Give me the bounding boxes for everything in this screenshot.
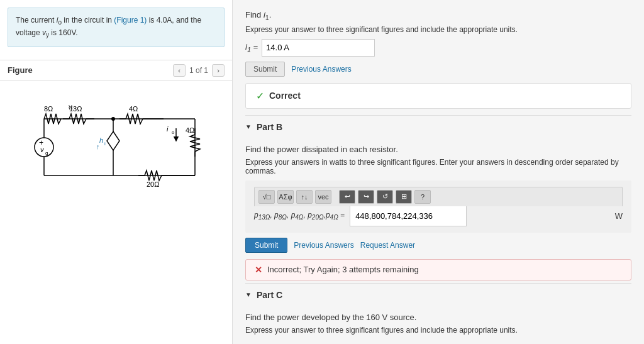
svg-text:i: i bbox=[167, 125, 169, 133]
correct-label: Correct bbox=[269, 91, 301, 101]
svg-text:i: i bbox=[104, 141, 106, 147]
toolbar-help-button[interactable]: ? bbox=[414, 190, 431, 204]
math-input-row: p13Ω, p8Ω, p4Ω, p20Ω,p4Ω = W bbox=[254, 206, 623, 226]
part-b-previous-answers-link[interactable]: Previous Answers bbox=[294, 241, 353, 250]
part-b-math-input[interactable] bbox=[350, 206, 467, 226]
right-panel: Find i1. Express your answer to three si… bbox=[233, 0, 644, 344]
part-a-correct-box: ✓ Correct bbox=[245, 83, 631, 109]
math-unit: W bbox=[615, 211, 623, 221]
math-input-prefix: p13Ω, p8Ω, p4Ω, p20Ω,p4Ω = bbox=[254, 211, 345, 221]
figure-prev-button[interactable]: ‹ bbox=[173, 64, 186, 77]
svg-text:4Ω: 4Ω bbox=[129, 105, 138, 113]
math-toolbar: √□ AΣφ ↑↓ vec ↩ ↪ ↺ ⊞ ? bbox=[254, 187, 623, 206]
part-c-header: ▼ Part C bbox=[245, 283, 631, 306]
svg-text:g: g bbox=[45, 150, 48, 156]
part-b-section: ▼ Part B Find the power dissipated in ea… bbox=[245, 115, 631, 280]
incorrect-label: Incorrect; Try Again; 3 attempts remaini… bbox=[267, 265, 419, 274]
part-a-input-prefix: i1 = bbox=[245, 42, 258, 53]
part-b-instruction: Express your answers in watts to three s… bbox=[245, 158, 631, 175]
part-b-collapse-arrow[interactable]: ▼ bbox=[245, 123, 252, 130]
circuit-svg: + v g 13Ω ⌇⌇ 4Ω bbox=[25, 94, 208, 194]
part-b-submit-button[interactable]: Submit bbox=[245, 238, 287, 253]
check-icon: ✓ bbox=[256, 90, 264, 102]
toolbar-keyboard-button[interactable]: ⊞ bbox=[396, 190, 412, 204]
figure-nav: ‹ 1 of 1 › bbox=[173, 64, 225, 77]
part-a-previous-answers-link[interactable]: Previous Answers bbox=[291, 65, 351, 74]
figure-label: Figure bbox=[8, 65, 33, 75]
toolbar-sqrt-button[interactable]: √□ bbox=[258, 190, 275, 204]
svg-text:↑: ↑ bbox=[96, 143, 100, 150]
figure-header: Figure ‹ 1 of 1 › bbox=[0, 60, 232, 81]
part-c-instruction: Express your answer to three significant… bbox=[245, 326, 631, 335]
toolbar-undo-button[interactable]: ↩ bbox=[339, 190, 355, 204]
svg-marker-21 bbox=[107, 131, 119, 150]
part-b-incorrect-box: ✕ Incorrect; Try Again; 3 attempts remai… bbox=[245, 259, 631, 280]
toolbar-redo-button[interactable]: ↪ bbox=[358, 190, 374, 204]
toolbar-sigma-button[interactable]: AΣφ bbox=[277, 190, 294, 204]
part-c-find-label: Find the power developed by the 160 V so… bbox=[245, 313, 631, 322]
figure-section: Figure ‹ 1 of 1 › bbox=[0, 60, 232, 207]
toolbar-matrix-button[interactable]: ↑↓ bbox=[296, 190, 313, 204]
svg-text:⌇⌇: ⌇⌇ bbox=[68, 104, 73, 111]
part-c-section: ▼ Part C Find the power developed by the… bbox=[245, 283, 631, 335]
figure-page: 1 of 1 bbox=[189, 66, 208, 75]
svg-text:h: h bbox=[99, 136, 103, 144]
part-b-find-label: Find the power dissipated in each resist… bbox=[245, 145, 631, 154]
figure-next-button[interactable]: › bbox=[212, 64, 225, 77]
part-a-input[interactable] bbox=[262, 39, 375, 57]
part-a-input-row: i1 = bbox=[245, 39, 631, 57]
problem-text: The current io in the circuit in (Figure… bbox=[16, 16, 201, 37]
part-a-find-label: Find i1. bbox=[245, 10, 631, 21]
svg-text:o: o bbox=[172, 130, 175, 135]
part-c-title: Part C bbox=[257, 290, 282, 300]
svg-text:4Ω: 4Ω bbox=[186, 126, 194, 134]
svg-text:v: v bbox=[40, 146, 45, 153]
part-a-instruction: Express your answer to three significant… bbox=[245, 25, 631, 34]
figure-link[interactable]: (Figure 1) bbox=[114, 16, 147, 25]
part-b-input-area: √□ AΣφ ↑↓ vec ↩ ↪ ↺ ⊞ ? p13Ω, p8Ω, p4Ω, … bbox=[245, 180, 631, 233]
part-b-header: ▼ Part B bbox=[245, 115, 631, 138]
x-icon: ✕ bbox=[255, 265, 262, 275]
part-a-submit-button[interactable]: Submit bbox=[245, 62, 285, 77]
circuit-diagram: + v g 13Ω ⌇⌇ 4Ω bbox=[0, 81, 232, 207]
math-input-container bbox=[350, 206, 610, 226]
part-a-btn-row: Submit Previous Answers bbox=[245, 62, 631, 77]
problem-statement: The current io in the circuit in (Figure… bbox=[8, 8, 225, 47]
svg-text:20Ω: 20Ω bbox=[147, 180, 159, 188]
toolbar-vec-button[interactable]: vec bbox=[315, 190, 331, 204]
part-b-title: Part B bbox=[257, 122, 282, 132]
svg-point-5 bbox=[35, 138, 53, 157]
part-b-btn-row: Submit Previous Answers Request Answer bbox=[245, 238, 631, 253]
part-b-request-answer-link[interactable]: Request Answer bbox=[360, 241, 415, 250]
svg-text:8Ω: 8Ω bbox=[44, 105, 53, 113]
toolbar-refresh-button[interactable]: ↺ bbox=[377, 190, 393, 204]
part-c-collapse-arrow[interactable]: ▼ bbox=[245, 291, 252, 298]
